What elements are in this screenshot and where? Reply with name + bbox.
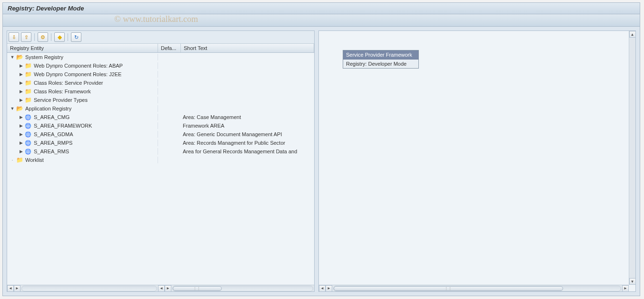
scrollbar-thumb[interactable]: ⋮⋮ <box>334 286 563 291</box>
tree-row[interactable]: ▶Class Roles: Service Provider <box>7 79 314 87</box>
tree-row[interactable]: ▼System Registry <box>7 53 314 61</box>
area-icon <box>24 122 32 129</box>
tree-cell-entity: ▶Web Dynpro Component Roles: ABAP <box>7 62 158 69</box>
tree-cell-entity: ▶S_AREA_RMS <box>7 148 158 155</box>
tree-expander[interactable]: ▶ <box>19 115 23 120</box>
tree-node-label: Service Provider Types <box>34 97 88 103</box>
tree-header: Registry Entity Defa... Short Text <box>7 44 314 53</box>
tree-expander[interactable]: ▼ <box>10 106 15 111</box>
tree-node-label: Class Roles: Framework <box>34 89 91 94</box>
folder-icon <box>16 54 23 60</box>
tree-row[interactable]: ▶S_AREA_GDMAArea: Generic Document Manag… <box>7 130 314 139</box>
tree-node-label: System Registry <box>25 54 63 60</box>
tree-cell-entity: ▼System Registry <box>7 54 158 60</box>
tree-expander[interactable]: ▶ <box>19 72 23 77</box>
tree-row[interactable]: ▼Application Registry <box>7 104 314 113</box>
tree-row[interactable]: ▶S_AREA_RMSArea for General Records Mana… <box>7 147 314 156</box>
tree-node-label: Class Roles: Service Provider <box>34 80 103 86</box>
tree-expander[interactable]: ▶ <box>19 89 23 94</box>
toolbar-separator <box>68 33 68 41</box>
folder-icon <box>16 105 23 112</box>
tree-horizontal-scrollbars: ◄ ► ◄ ► ⋮⋮ <box>7 285 314 291</box>
legend-button[interactable]: ◆ <box>54 32 65 42</box>
tree-expander[interactable]: · <box>10 158 15 162</box>
collapse-all-button[interactable]: ⇧ <box>21 32 31 42</box>
toolbar-separator <box>34 33 35 41</box>
detail-content: Service Provider Framework Registry: Dev… <box>319 31 629 285</box>
refresh-button[interactable]: ↻ <box>71 32 81 42</box>
scroll-left-button[interactable]: ◄ <box>158 285 165 292</box>
scroll-up-button[interactable]: ▲ <box>629 31 636 38</box>
settings-button[interactable]: ⚙ <box>38 32 48 42</box>
tree-expander[interactable]: ▶ <box>19 149 23 154</box>
scrollbar-track[interactable] <box>21 286 157 291</box>
column-header-default[interactable]: Defa... <box>158 44 181 52</box>
column-header-entity[interactable]: Registry Entity <box>7 44 158 52</box>
tree-row[interactable]: ▶Service Provider Types <box>7 96 314 104</box>
tree-row[interactable]: ▶S_AREA_CMGArea: Case Management <box>7 113 314 121</box>
tree-expander[interactable]: ▶ <box>19 80 23 85</box>
scrollbar-track[interactable]: ⋮⋮ <box>333 286 621 291</box>
folder-icon <box>24 97 32 103</box>
tree-row[interactable]: ▶S_AREA_FRAMEWORKFramework AREA <box>7 121 314 130</box>
column-header-short-text[interactable]: Short Text <box>181 44 314 52</box>
tree-expander[interactable]: ▼ <box>10 55 15 60</box>
refresh-icon: ↻ <box>74 34 79 40</box>
gear-icon: ⚙ <box>40 34 45 40</box>
tree-cell-entity: ·Worklist <box>7 157 158 163</box>
tree-cell-entity: ▶Class Roles: Framework <box>7 88 158 95</box>
scroll-right-button[interactable]: ► <box>14 285 20 292</box>
tree-row[interactable]: ▶Web Dynpro Component Roles: J2EE <box>7 70 314 79</box>
tree-cell-short-text: Area: Records Managment for Public Secto… <box>181 140 314 146</box>
detail-horizontal-scrollbar[interactable]: ◄ ► ⋮⋮ ► <box>319 285 629 291</box>
tree-row[interactable]: ▶S_AREA_RMPSArea: Records Managment for … <box>7 139 314 147</box>
detail-vertical-scrollbar[interactable]: ▲ ▼ <box>629 31 635 285</box>
tree-cell-entity: ▶S_AREA_FRAMEWORK <box>7 122 158 129</box>
folder-icon <box>16 157 23 163</box>
content-area: ⇩ ⇧ ⚙ ◆ ↻ Registry Entity Defa... Short … <box>3 27 640 296</box>
tree-expander[interactable]: ▶ <box>19 132 23 137</box>
info-box-body: Registry: Developer Mode <box>343 60 418 68</box>
tree-row[interactable]: ▶Class Roles: Framework <box>7 87 314 96</box>
tree-cell-entity: ▶Service Provider Types <box>7 97 158 103</box>
scrollbar-thumb[interactable]: ⋮⋮ <box>173 286 222 291</box>
tree-row[interactable]: ·Worklist <box>7 156 314 164</box>
scrollbar-track[interactable]: ⋮⋮ <box>172 286 313 291</box>
tree-node-label: Application Registry <box>25 106 71 111</box>
entity-col-scrollbar[interactable]: ◄ ► <box>7 285 158 291</box>
expand-all-button[interactable]: ⇩ <box>9 32 19 42</box>
tree-expander[interactable]: ▶ <box>19 98 23 102</box>
scroll-right-button[interactable]: ► <box>326 285 332 292</box>
scroll-right-button[interactable]: ► <box>165 285 171 292</box>
area-icon <box>24 140 32 146</box>
tree-cell-short-text: Area for General Records Management Data… <box>181 149 314 154</box>
legend-icon: ◆ <box>58 34 62 40</box>
tree-node-label: Worklist <box>25 157 44 163</box>
toolbar-separator <box>51 33 51 41</box>
tree-toolbar: ⇩ ⇧ ⚙ ◆ ↻ <box>7 31 314 44</box>
tree-body[interactable]: ▼System Registry▶Web Dynpro Component Ro… <box>7 53 314 291</box>
tree-node-label: S_AREA_FRAMEWORK <box>34 123 92 129</box>
tree-cell-entity: ▶S_AREA_RMPS <box>7 140 158 146</box>
scroll-left-button[interactable]: ◄ <box>7 285 14 292</box>
tree-node-label: S_AREA_CMG <box>34 114 69 120</box>
tree-expander[interactable]: ▶ <box>19 63 23 68</box>
detail-panel: Service Provider Framework Registry: Dev… <box>318 30 636 292</box>
tree-cell-short-text: Area: Generic Document Management API <box>181 131 314 137</box>
app-toolbar <box>3 14 640 27</box>
scroll-right-end-button[interactable]: ► <box>622 285 629 292</box>
tree-cell-short-text: Framework AREA <box>181 123 314 129</box>
detail-col-scrollbar[interactable]: ◄ ► ⋮⋮ <box>158 285 314 291</box>
tree-row[interactable]: ▶Web Dynpro Component Roles: ABAP <box>7 61 314 70</box>
registry-tree-panel: ⇩ ⇧ ⚙ ◆ ↻ Registry Entity Defa... Short … <box>7 30 315 292</box>
area-icon <box>24 131 32 138</box>
tree-expander[interactable]: ▶ <box>19 140 23 145</box>
tree-expander[interactable]: ▶ <box>19 123 23 128</box>
scroll-left-button[interactable]: ◄ <box>319 285 326 292</box>
tree-node-label: Web Dynpro Component Roles: J2EE <box>34 71 121 77</box>
scroll-down-button[interactable]: ▼ <box>629 278 636 285</box>
folder-icon <box>24 88 32 95</box>
tree-cell-short-text: Area: Case Management <box>181 114 314 120</box>
tree-node-label: S_AREA_GDMA <box>34 131 73 137</box>
info-box-header: Service Provider Framework <box>343 50 418 60</box>
